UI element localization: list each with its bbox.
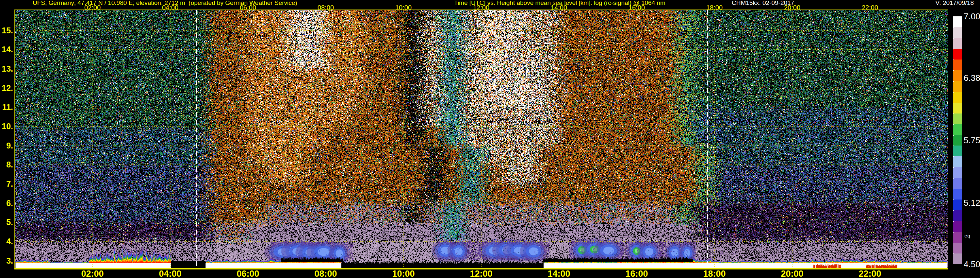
x-tick-bottom: 04:00 [159,269,181,278]
ceilometer-quicklook: UFS, Germany; 47.417 N / 10.980 E; eleva… [0,0,980,278]
colorbar-tick-label: 6.38 [964,73,980,83]
y-tick: 12. [0,83,13,93]
y-tick: 3. [0,256,13,265]
colorbar-tick-label: 4.50 [964,259,980,270]
y-tick: 5. [0,217,13,227]
y-tick: 13. [0,64,13,73]
x-tick-bottom: 20:00 [781,269,803,278]
y-tick: 6. [0,198,13,208]
colorbar-tick-label: 5.75 [964,136,980,145]
y-tick: 9. [0,141,13,150]
x-tick-bottom: 12:00 [470,269,492,278]
colorbar-tickmarks [953,16,954,264]
y-tick: 15. [0,26,13,35]
x-tick-bottom: 02:00 [81,269,103,278]
y-tick: 10. [0,121,13,131]
x-axis-line [14,268,948,269]
version-label: V: 2017/09/18 [935,0,974,6]
colorbar-tick-label: 7.00 [964,11,980,22]
y-tick: 14. [0,45,13,54]
x-tick-bottom: 08:00 [314,269,337,278]
colorbar [953,16,962,264]
x-tick-bottom: 14:00 [547,269,570,278]
x-tick-bottom: 06:00 [237,269,259,278]
y-tick: 7. [0,179,13,189]
y-tick: 11. [0,102,13,112]
x-tick-bottom: 22:00 [859,269,881,278]
x-tick-bottom: 10:00 [392,269,415,278]
backscatter-heatmap [15,10,948,269]
colorbar-eq-label: eq [964,233,970,239]
y-tick: 8. [0,160,13,169]
x-tick-bottom: 18:00 [703,269,725,278]
colorbar-tick-label: 5.12 [964,198,980,208]
y-tick: 4. [0,237,13,246]
x-tick-bottom: 16:00 [625,269,648,278]
